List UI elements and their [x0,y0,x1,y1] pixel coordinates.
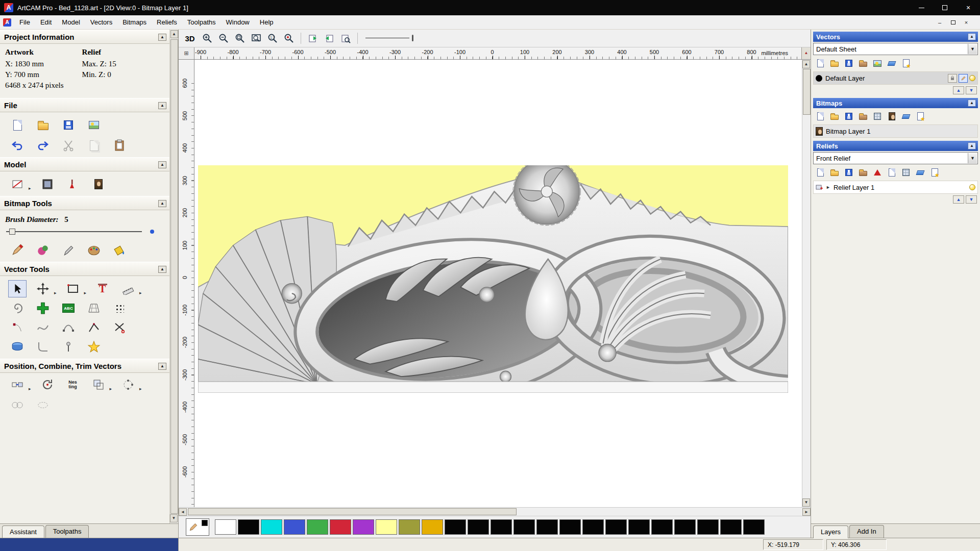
import-bitmap-button[interactable] [857,111,869,122]
minimize-button[interactable] [910,0,933,15]
open-bitmap-button[interactable] [828,111,841,122]
palette-swatch-20[interactable] [674,519,696,535]
copy-button[interactable] [85,137,103,154]
combine-vectors-button[interactable] [89,376,108,393]
palette-swatch-7[interactable] [376,519,397,535]
cut-button[interactable] [59,137,78,154]
ungroup-vectors-button[interactable] [34,396,52,414]
create-cross-button[interactable] [34,299,52,317]
collapse-reliefs-button[interactable]: ▲ [968,142,976,149]
lock-layer-button[interactable] [948,74,957,83]
save-bitmap-button[interactable] [843,111,855,122]
text-block-button[interactable]: ABC [59,299,78,317]
flood-fill-button[interactable] [110,241,129,259]
save-relief-button[interactable] [843,167,855,178]
secondary-colour-chip[interactable] [202,520,208,526]
import-image-button[interactable] [85,116,103,134]
menu-bitmaps[interactable]: Bitmaps [117,16,152,28]
offset-vectors-button[interactable] [8,338,27,356]
ruler-origin-button[interactable]: ⊞ [179,47,194,59]
layer-visibility-icon[interactable] [969,75,975,81]
menu-window[interactable]: Window [221,16,255,28]
relief-visibility-icon[interactable] [969,184,975,190]
palette-swatch-15[interactable] [559,519,581,535]
new-relief-layer-button[interactable] [814,167,826,178]
scrollbar-thumb[interactable] [170,39,178,514]
paste-button[interactable] [110,137,129,154]
model-preview-button[interactable] [38,176,57,193]
scroll-up-button[interactable]: ▲ [170,30,178,38]
model-notes-button[interactable] [64,176,82,193]
palette-swatch-17[interactable] [605,519,627,535]
zoom-window-button[interactable] [233,32,247,45]
model-size-flyout-icon[interactable]: ▸ [29,186,31,193]
next-view-button[interactable] [322,32,336,45]
mdi-restore-button[interactable] [947,18,959,27]
clear-relief-button[interactable] [914,167,926,178]
close-button[interactable]: × [957,0,980,15]
layer-colour-icon[interactable] [816,75,822,82]
zoom-out-button[interactable] [216,32,231,45]
canvas-scroll-right-button[interactable]: ► [802,508,811,516]
bezier-edit-button[interactable] [59,319,78,336]
sheet-dropdown[interactable]: Default Sheet ▼ [813,43,978,55]
move-relief-up-button[interactable]: ▲ [953,195,964,204]
create-text-button[interactable]: T [93,280,112,297]
set-model-size-button[interactable] [8,176,27,193]
menu-edit[interactable]: Edit [35,16,57,28]
import-relief-button[interactable] [857,167,869,178]
zoom-1to1-button[interactable]: 1:1 [265,32,280,45]
block-copy-button[interactable] [8,376,27,393]
paint-selective-button[interactable] [34,241,52,259]
colour-palette-button[interactable] [85,241,103,259]
palette-swatch-21[interactable] [697,519,719,535]
join-vectors-button[interactable] [59,338,78,356]
tab-add-in[interactable]: Add In [849,525,884,538]
collapse-vector-tools-button[interactable]: ▲ [158,266,166,273]
bitmap-to-vector-button[interactable] [110,299,129,317]
collapse-project-info-button[interactable]: ▲ [158,34,166,41]
group-vectors-button[interactable] [8,396,27,414]
bitmap-picture-button[interactable] [886,111,898,122]
transform-vectors-button[interactable] [34,280,52,297]
model-sheet[interactable] [198,165,788,393]
ruler-scroll-button[interactable]: ▲ [801,47,811,59]
new-vector-sheet-button[interactable] [900,58,912,69]
zoom-in-button[interactable] [200,32,214,45]
nesting-button[interactable]: Nesting [64,376,82,393]
new-bitmap-sheet-button[interactable] [914,111,926,122]
new-bitmap-layer-button[interactable] [814,111,826,122]
collapse-model-button[interactable]: ▲ [158,161,166,168]
palette-swatch-6[interactable] [353,519,374,535]
node-edit-button[interactable] [8,319,27,336]
move-layer-down-button[interactable]: ▼ [966,86,977,94]
canvas-horizontal-scrollbar[interactable]: ◄ ► [179,507,811,516]
rotate-copy-button[interactable] [38,376,57,393]
palette-swatch-12[interactable] [491,519,512,535]
new-model-button[interactable] [8,116,27,134]
menu-help[interactable]: Help [255,16,279,28]
relief-layer-row[interactable]: ► Relief Layer 1 [813,181,978,194]
create-polyline-button[interactable] [85,319,103,336]
vector-layer-row[interactable]: Default Layer [813,71,978,85]
menu-model[interactable]: Model [57,16,85,28]
palette-swatch-23[interactable] [743,519,765,535]
line-thickness-slider[interactable] [365,33,416,43]
assistant-scrollbar[interactable]: ▲ ▼ [169,30,178,523]
select-vectors-button[interactable] [8,280,27,297]
edit-layer-button[interactable] [959,74,968,83]
palette-swatch-18[interactable] [628,519,650,535]
palette-swatch-16[interactable] [582,519,604,535]
open-file-button[interactable] [34,116,52,134]
menu-toolpaths[interactable]: Toolpaths [182,16,221,28]
create-spiral-button[interactable] [8,299,27,317]
clear-bitmap-button[interactable] [900,111,912,122]
move-layer-up-button[interactable]: ▲ [953,86,964,94]
palette-swatch-1[interactable] [238,519,259,535]
load-bitmap-button[interactable] [89,176,108,193]
palette-swatch-22[interactable] [720,519,742,535]
combine-flyout-icon[interactable]: ▸ [110,386,112,393]
palette-swatch-11[interactable] [468,519,489,535]
primary-colour-swatch[interactable] [186,518,209,536]
canvas-scroll-left-button[interactable]: ◄ [179,508,187,516]
